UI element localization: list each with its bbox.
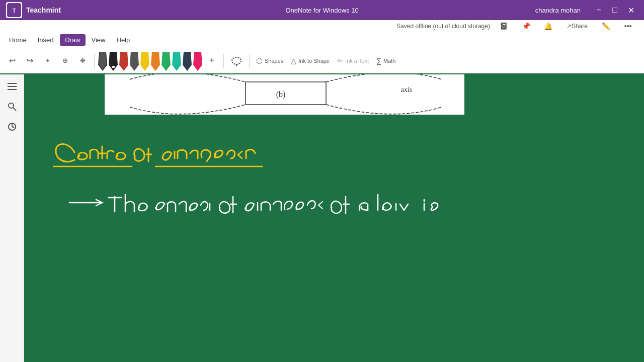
app-name: Teachmint <box>26 6 61 14</box>
share-label: Share <box>572 23 588 30</box>
lasso-select-button[interactable] <box>227 53 246 69</box>
svg-marker-7 <box>130 52 139 71</box>
svg-marker-8 <box>140 52 149 71</box>
add-pen-button[interactable]: + <box>204 53 220 69</box>
pen-teal[interactable] <box>172 52 181 71</box>
svg-rect-5 <box>112 66 115 68</box>
svg-point-14 <box>232 57 241 64</box>
pen-navy[interactable] <box>183 52 192 71</box>
pen-darkyellow[interactable] <box>151 52 160 71</box>
toolbar: ↩ ↪ ⌖ ⊕ ✥ <box>0 48 644 73</box>
ink-text-icon: ✏ <box>337 57 343 65</box>
menu-insert[interactable]: Insert <box>33 34 59 46</box>
svg-marker-11 <box>172 52 181 71</box>
window-title: OneNote for Windows 10 <box>285 7 358 14</box>
separator-2 <box>223 54 224 68</box>
pen-black[interactable] <box>98 52 107 71</box>
svg-rect-17 <box>8 86 17 87</box>
svg-marker-13 <box>193 52 202 71</box>
app-logo: T <box>6 2 22 18</box>
redo-button[interactable]: ↪ <box>22 53 38 69</box>
pen-yellow[interactable] <box>140 52 149 71</box>
menubar: Home Insert Draw View Help <box>0 32 644 48</box>
notebook-icon-btn[interactable]: 📓 <box>496 18 512 34</box>
separator-1 <box>94 54 95 68</box>
diagram-container: (b) axis <box>105 74 464 115</box>
svg-text:axis: axis <box>401 86 413 94</box>
user-name: chandra mohan <box>535 7 581 14</box>
ink-to-shape-button[interactable]: △ Ink to Shape <box>288 53 333 69</box>
svg-rect-18 <box>8 89 17 90</box>
ink-as-text-button[interactable]: ✏ Ink a Text <box>334 53 372 69</box>
svg-text:(b): (b) <box>276 90 286 99</box>
menu-help[interactable]: Help <box>112 34 135 46</box>
edit-icon-btn[interactable]: ✏️ <box>598 18 614 34</box>
share-icon: ↗ <box>567 23 572 30</box>
close-button[interactable]: ✕ <box>624 3 638 17</box>
bell-icon-btn[interactable]: 🔔 <box>540 18 556 34</box>
pen-red[interactable] <box>119 52 128 71</box>
svg-rect-25 <box>246 82 326 105</box>
svg-text:T: T <box>13 8 16 14</box>
math-button[interactable]: ∑ Math <box>373 53 398 69</box>
lasso-button[interactable]: ⌖ <box>39 53 55 69</box>
menu-view[interactable]: View <box>87 34 111 46</box>
window-controls: − □ ✕ <box>592 3 638 17</box>
pin-icon-btn[interactable]: 📌 <box>518 18 534 34</box>
shapes-label: Shapes <box>265 58 283 64</box>
handwriting-svg <box>42 122 595 323</box>
sidebar-menu-icon[interactable] <box>4 78 20 95</box>
menu-home[interactable]: Home <box>4 34 32 46</box>
svg-marker-10 <box>162 52 171 71</box>
separator-3 <box>249 54 250 68</box>
more-options-btn[interactable]: ••• <box>620 18 636 34</box>
pen-darkgray[interactable] <box>130 52 139 71</box>
sidebar-search-icon[interactable] <box>4 99 20 115</box>
undo-button[interactable]: ↩ <box>4 53 20 69</box>
math-label: Math <box>383 58 395 64</box>
ink-as-text-label: Ink a Text <box>345 58 369 64</box>
menu-draw[interactable]: Draw <box>60 34 85 46</box>
minimize-button[interactable]: − <box>592 3 606 17</box>
titlebar: T Teachmint OneNote for Windows 10 chand… <box>0 0 644 20</box>
titlebar-left: T Teachmint <box>6 2 61 18</box>
shapes-icon: ⬡ <box>256 56 263 65</box>
share-button[interactable]: ↗ Share <box>562 18 592 34</box>
svg-marker-6 <box>119 52 128 71</box>
ink-to-shape-label: Ink to Shape <box>298 58 330 64</box>
sidebar <box>0 74 24 362</box>
canvas-area[interactable]: (b) axis <box>24 74 644 362</box>
pen-green[interactable] <box>162 52 171 71</box>
svg-marker-12 <box>183 52 192 71</box>
svg-marker-4 <box>109 52 118 71</box>
move-button[interactable]: ✥ <box>74 53 91 69</box>
maximize-button[interactable]: □ <box>608 3 622 17</box>
save-status: Saved offline (out of cloud storage) <box>396 23 490 30</box>
titlebar-right: chandra mohan − □ ✕ <box>535 3 638 17</box>
svg-marker-9 <box>151 52 160 71</box>
svg-point-19 <box>9 103 14 108</box>
svg-line-23 <box>12 127 14 128</box>
math-icon: ∑ <box>376 57 381 65</box>
add-space-button[interactable]: ⊕ <box>57 53 73 69</box>
shapes-button[interactable]: ⬡ Shapes <box>253 53 286 69</box>
pen-pink[interactable] <box>193 52 202 71</box>
svg-rect-16 <box>8 83 17 84</box>
pen-dark[interactable] <box>109 52 118 71</box>
sidebar-recent-icon[interactable] <box>4 119 20 135</box>
ink-shape-icon: △ <box>291 57 296 65</box>
svg-line-20 <box>13 108 16 111</box>
status-bar: Saved offline (out of cloud storage) 📓 📌… <box>0 20 644 32</box>
